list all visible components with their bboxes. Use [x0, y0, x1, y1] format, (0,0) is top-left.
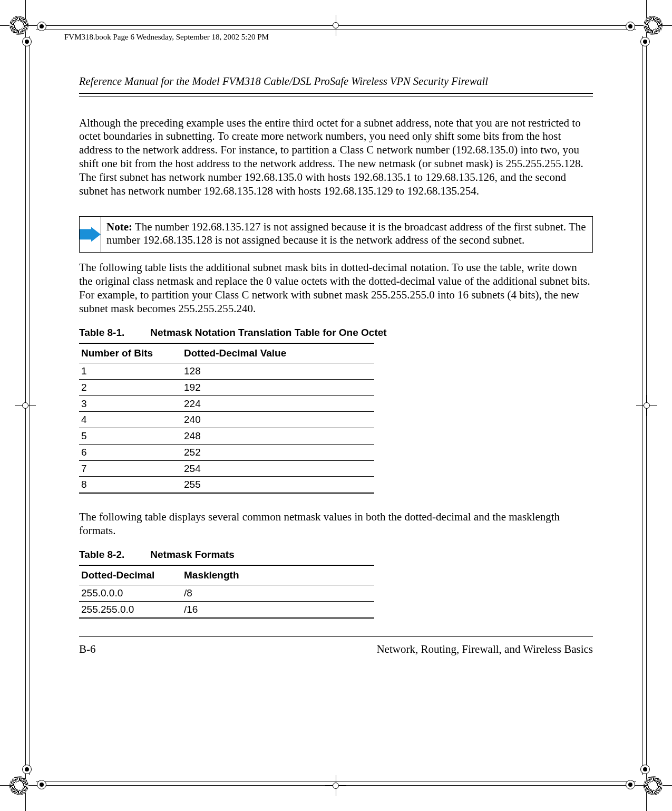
table-netmask-bits: Number of Bits Dotted-Decimal Value 1128… — [79, 343, 374, 494]
section-title: Network, Routing, Firewall, and Wireless… — [376, 642, 593, 656]
table-netmask-formats: Dotted-Decimal Masklength 255.0.0.0/8 25… — [79, 565, 374, 618]
note-label: Note: — [106, 220, 132, 233]
table-cell: /16 — [182, 601, 374, 617]
table-caption: Table 8-2. Netmask Formats — [79, 548, 593, 561]
binding-dot-icon — [22, 765, 32, 774]
binding-dot-icon — [640, 765, 650, 774]
table-number: Table 8-1. — [79, 326, 148, 339]
binding-dot-icon — [626, 22, 635, 31]
registration-mark-icon — [644, 776, 663, 795]
crosshair-icon — [15, 395, 36, 416]
note-box: Note: The number 192.68.135.127 is not a… — [79, 216, 593, 253]
table-row: 1128 — [79, 363, 374, 380]
table-cell: 254 — [182, 460, 374, 477]
crosshair-icon — [325, 15, 346, 36]
table-cell: 224 — [182, 395, 374, 412]
note-body: The number 192.68.135.127 is not assigne… — [106, 220, 586, 247]
table-cell: 255 — [182, 477, 374, 493]
table-row: 4240 — [79, 412, 374, 428]
table-row: 2192 — [79, 379, 374, 395]
table-row: 255.255.0.0/16 — [79, 601, 374, 617]
note-icon-cell — [80, 217, 101, 253]
binding-dot-icon — [37, 780, 46, 789]
registration-mark-icon — [9, 16, 28, 35]
table-row: 3224 — [79, 395, 374, 412]
table-number: Table 8-2. — [79, 548, 148, 561]
running-head: Reference Manual for the Model FVM318 Ca… — [79, 75, 593, 89]
binding-dot-icon — [640, 37, 650, 46]
table-header: Masklength — [182, 565, 374, 585]
binding-dot-icon — [626, 780, 635, 789]
table-cell: 255.255.0.0 — [79, 601, 182, 617]
rule-line — [79, 96, 593, 96]
table-row: 7254 — [79, 460, 374, 477]
table-cell: 5 — [79, 428, 182, 445]
table-row: 8255 — [79, 477, 374, 493]
table-header: Dotted-Decimal — [79, 565, 182, 585]
table-cell: 240 — [182, 412, 374, 428]
table-cell: 7 — [79, 460, 182, 477]
rule-line — [79, 636, 593, 637]
table-cell: 3 — [79, 395, 182, 412]
note-text: Note: The number 192.68.135.127 is not a… — [101, 217, 592, 253]
page-footer: B-6 Network, Routing, Firewall, and Wire… — [79, 642, 593, 656]
binding-dot-icon — [37, 22, 46, 31]
page-number: B-6 — [79, 642, 96, 656]
binding-dot-icon — [22, 37, 32, 46]
table-cell: /8 — [182, 585, 374, 602]
table-cell: 252 — [182, 444, 374, 460]
table-title: Netmask Notation Translation Table for O… — [150, 327, 386, 338]
crosshair-icon — [636, 395, 657, 416]
arrow-right-icon — [80, 227, 101, 242]
table-caption: Table 8-1. Netmask Notation Translation … — [79, 326, 593, 339]
file-stamp: FVM318.book Page 6 Wednesday, September … — [64, 33, 269, 42]
registration-mark-icon — [9, 776, 28, 795]
table-cell: 1 — [79, 363, 182, 380]
crosshair-icon — [325, 775, 346, 796]
table-cell: 128 — [182, 363, 374, 380]
registration-mark-icon — [644, 16, 663, 35]
table-cell: 192 — [182, 379, 374, 395]
table-cell: 6 — [79, 444, 182, 460]
table-header: Dotted-Decimal Value — [182, 343, 374, 363]
table-cell: 248 — [182, 428, 374, 445]
body-paragraph: Although the preceding example uses the … — [79, 117, 593, 198]
table-cell: 8 — [79, 477, 182, 493]
table-header: Number of Bits — [79, 343, 182, 363]
table-cell: 4 — [79, 412, 182, 428]
page-content: Reference Manual for the Model FVM318 Ca… — [79, 75, 593, 656]
table-cell: 2 — [79, 379, 182, 395]
table-row: 5248 — [79, 428, 374, 445]
table-row: 6252 — [79, 444, 374, 460]
body-paragraph: The following table lists the additional… — [79, 261, 593, 315]
table-row: 255.0.0.0/8 — [79, 585, 374, 602]
body-paragraph: The following table displays several com… — [79, 510, 593, 538]
table-cell: 255.0.0.0 — [79, 585, 182, 602]
rule-line — [79, 93, 593, 94]
table-title: Netmask Formats — [150, 549, 234, 560]
